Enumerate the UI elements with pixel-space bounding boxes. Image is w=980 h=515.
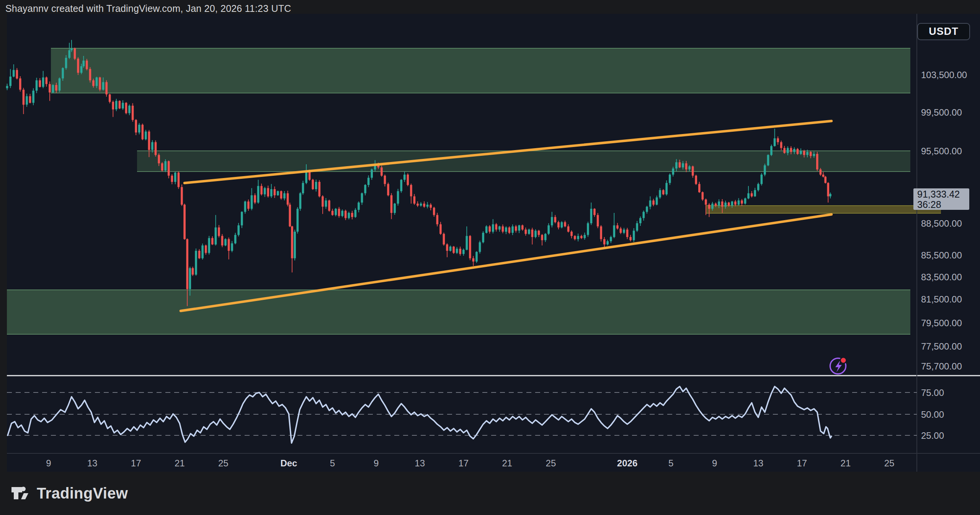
support-zone-bottom xyxy=(7,290,910,334)
resistance-zone-top xyxy=(51,48,910,93)
quote-currency-badge[interactable]: USDT xyxy=(917,23,970,40)
support-band-olive xyxy=(706,206,941,213)
attribution-text: Shayannv created with TradingView.com, J… xyxy=(5,3,291,13)
rsi-line xyxy=(8,386,831,443)
current-price-value: 91,333.42 xyxy=(917,189,969,199)
tradingview-wordmark: TradingView xyxy=(37,485,128,502)
tradingview-logo-icon xyxy=(11,484,31,502)
price-chart-canvas xyxy=(0,0,980,515)
candle-countdown: 36:28 xyxy=(917,199,969,210)
current-price-badge: 91,333.42 36:28 xyxy=(913,188,969,210)
tradingview-footer[interactable]: TradingView xyxy=(11,484,128,502)
flash-alert-icon xyxy=(830,357,847,374)
tradingview-snapshot: { "attribution": "Shayannv created with … xyxy=(0,0,980,515)
